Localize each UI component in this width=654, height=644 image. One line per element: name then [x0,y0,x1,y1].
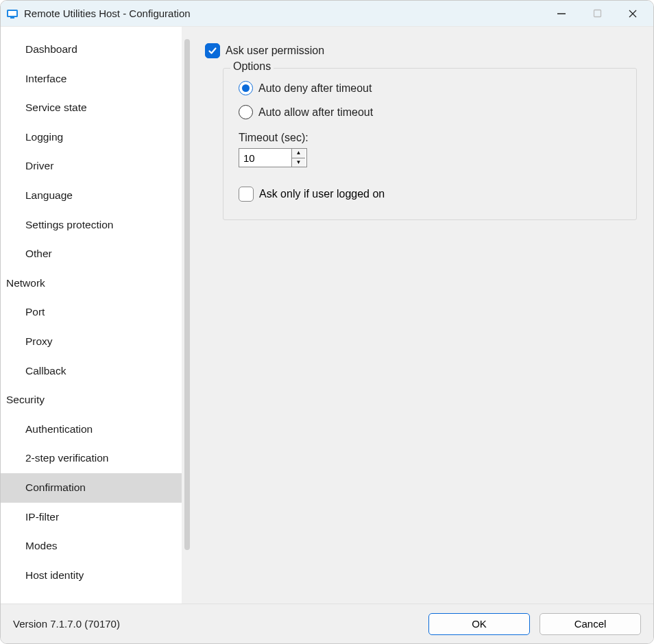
sidebar-item-language[interactable]: Language [1,181,182,211]
auto-deny-row[interactable]: Auto deny after timeout [239,81,621,95]
ask-only-logged-label: Ask only if user logged on [259,188,385,200]
timeout-input[interactable] [239,149,291,167]
version-text: Version 7.1.7.0 (70170) [13,618,419,630]
spinner-up[interactable]: ▲ [292,149,305,158]
sidebar-item-authentication[interactable]: Authentication [1,415,182,444]
options-legend: Options [230,60,274,73]
cancel-button[interactable]: Cancel [540,613,641,635]
sidebar-item-settings-protection[interactable]: Settings protection [1,211,182,240]
spinner-down[interactable]: ▼ [292,158,305,167]
sidebar-header-network: Network [1,269,182,298]
auto-allow-radio[interactable] [239,105,253,119]
ask-only-logged-row[interactable]: Ask only if user logged on [239,187,621,202]
sidebar-item-dashboard[interactable]: Dashboard [1,35,182,64]
timeout-label: Timeout (sec): [239,132,621,144]
scrollbar[interactable] [184,39,190,550]
sidebar-item-interface[interactable]: Interface [1,64,182,94]
body: DashboardInterfaceService stateLoggingDr… [1,27,653,604]
sidebar-item-service-state[interactable]: Service state [1,93,182,123]
ask-permission-checkbox[interactable] [205,43,220,58]
sidebar-item-driver[interactable]: Driver [1,152,182,181]
app-icon [6,8,19,20]
sidebar-header-security: Security [1,385,182,415]
sidebar: DashboardInterfaceService stateLoggingDr… [1,27,182,604]
titlebar: Remote Utilities Host - Configuration [1,1,653,27]
sidebar-item-proxy[interactable]: Proxy [1,327,182,357]
content-area: Ask user permission Options Auto deny af… [182,27,653,604]
window-title: Remote Utilities Host - Configuration [24,8,553,19]
auto-allow-label: Auto allow after timeout [258,106,373,119]
window-controls [553,5,648,22]
sidebar-item-ip-filter[interactable]: IP-filter [1,503,182,532]
sidebar-item-logging[interactable]: Logging [1,123,182,152]
maximize-button[interactable] [589,5,605,22]
svg-rect-1 [8,11,16,16]
minimize-button[interactable] [553,5,570,22]
timeout-spinner[interactable]: ▲ ▼ [239,148,307,167]
sidebar-item-host-identity[interactable]: Host identity [1,561,182,591]
sidebar-item-confirmation[interactable]: Confirmation [1,473,182,503]
sidebar-item-port[interactable]: Port [1,298,182,327]
auto-deny-label: Auto deny after timeout [258,82,372,95]
auto-allow-row[interactable]: Auto allow after timeout [239,105,621,119]
svg-rect-2 [10,17,14,19]
ask-only-logged-checkbox[interactable] [239,187,254,202]
sidebar-item-callback[interactable]: Callback [1,357,182,386]
ask-permission-label: Ask user permission [226,45,324,57]
sidebar-item-2-step-verification[interactable]: 2-step verification [1,444,182,473]
ask-permission-row[interactable]: Ask user permission [205,43,638,58]
svg-rect-4 [594,10,601,17]
ok-button[interactable]: OK [428,613,530,635]
sidebar-item-modes[interactable]: Modes [1,532,182,561]
spinner-buttons: ▲ ▼ [291,149,305,167]
footer: Version 7.1.7.0 (70170) OK Cancel [1,604,653,643]
confirmation-panel: Ask user permission Options Auto deny af… [190,27,653,604]
sidebar-item-other[interactable]: Other [1,239,182,269]
config-window: Remote Utilities Host - Configuration Da… [0,0,654,644]
options-group: Options Auto deny after timeout Auto all… [223,68,637,220]
auto-deny-radio[interactable] [239,81,253,95]
close-button[interactable] [625,5,641,22]
